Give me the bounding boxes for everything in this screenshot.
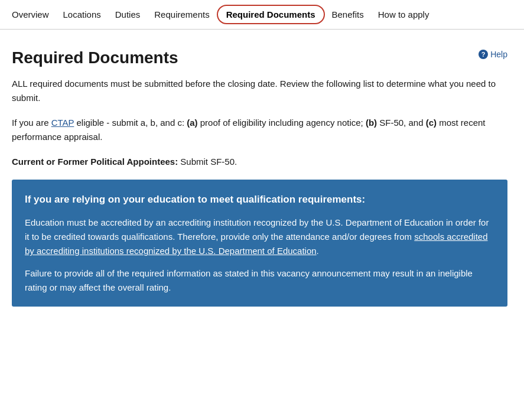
nav-item-benefits[interactable]: Benefits xyxy=(325,1,371,28)
nav-item-how-to-apply[interactable]: How to apply xyxy=(371,1,437,28)
main-content: ? Help Required Documents ALL required d… xyxy=(0,30,524,325)
nav-item-overview[interactable]: Overview xyxy=(5,1,56,28)
ctap-b-label: (b) xyxy=(366,118,377,128)
political-appointees-paragraph: Current or Former Political Appointees: … xyxy=(12,155,507,169)
ctap-b-text: SF-50, and xyxy=(377,118,426,128)
education-notice-box: If you are relying on your education to … xyxy=(12,180,507,307)
ctap-middle: eligible - submit a, b, and c: xyxy=(74,118,187,128)
ctap-link[interactable]: CTAP xyxy=(51,118,74,128)
ctap-a-text: proof of eligibility including agency no… xyxy=(198,118,366,128)
ctap-paragraph: If you are CTAP eligible - submit a, b, … xyxy=(12,116,507,144)
blue-box-para1: Education must be accredited by an accre… xyxy=(25,216,494,258)
help-label: Help xyxy=(490,50,507,59)
nav-item-requirements[interactable]: Requirements xyxy=(147,1,216,28)
blue-box-para1-suffix: . xyxy=(317,246,319,256)
help-icon: ? xyxy=(479,50,488,59)
nav-item-duties[interactable]: Duties xyxy=(108,1,148,28)
nav-item-locations[interactable]: Locations xyxy=(56,1,108,28)
ctap-prefix: If you are xyxy=(12,118,51,128)
help-link[interactable]: ? Help xyxy=(479,50,507,59)
blue-box-heading: If you are relying on your education to … xyxy=(25,191,494,207)
intro-text: ALL required documents must be submitted… xyxy=(12,77,507,105)
political-appointees-text: Submit SF-50. xyxy=(178,157,237,167)
ctap-a-label: (a) xyxy=(187,118,197,128)
navigation-bar: Overview Locations Duties Requirements R… xyxy=(0,0,524,30)
nav-item-required-documents[interactable]: Required Documents xyxy=(217,5,325,24)
blue-box-para2: Failure to provide all of the required i… xyxy=(25,266,494,295)
page-title: Required Documents xyxy=(12,48,507,67)
political-appointees-label: Current or Former Political Appointees: xyxy=(12,157,178,167)
ctap-c-label: (c) xyxy=(426,118,437,128)
